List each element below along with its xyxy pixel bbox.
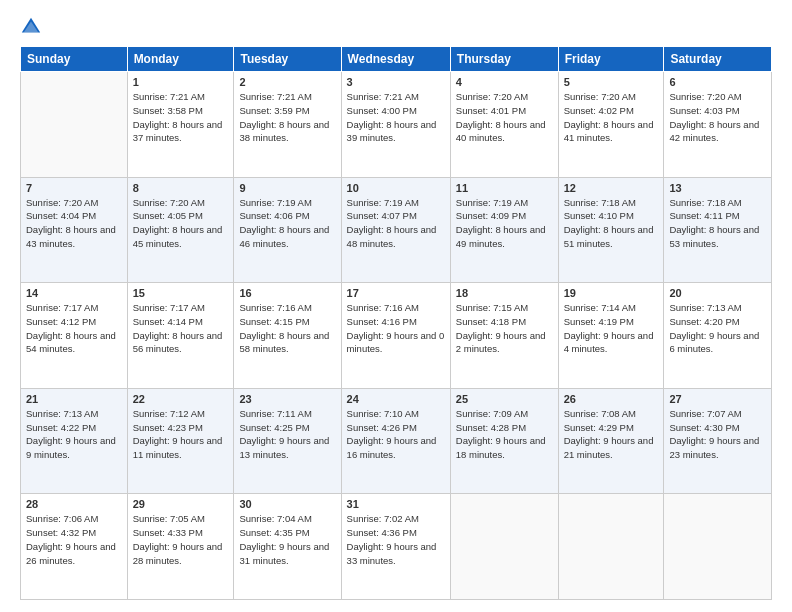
day-info: Sunrise: 7:16 AMSunset: 4:16 PMDaylight:… <box>347 302 445 354</box>
day-cell: 31Sunrise: 7:02 AMSunset: 4:36 PMDayligh… <box>341 494 450 600</box>
header <box>20 16 772 38</box>
day-cell <box>450 494 558 600</box>
weekday-wednesday: Wednesday <box>341 47 450 72</box>
weekday-sunday: Sunday <box>21 47 128 72</box>
day-number: 1 <box>133 76 229 88</box>
day-cell: 3Sunrise: 7:21 AMSunset: 4:00 PMDaylight… <box>341 72 450 178</box>
day-cell <box>21 72 128 178</box>
week-row-3: 14Sunrise: 7:17 AMSunset: 4:12 PMDayligh… <box>21 283 772 389</box>
day-cell: 22Sunrise: 7:12 AMSunset: 4:23 PMDayligh… <box>127 388 234 494</box>
week-row-4: 21Sunrise: 7:13 AMSunset: 4:22 PMDayligh… <box>21 388 772 494</box>
day-cell: 17Sunrise: 7:16 AMSunset: 4:16 PMDayligh… <box>341 283 450 389</box>
day-info: Sunrise: 7:15 AMSunset: 4:18 PMDaylight:… <box>456 302 546 354</box>
weekday-thursday: Thursday <box>450 47 558 72</box>
day-info: Sunrise: 7:02 AMSunset: 4:36 PMDaylight:… <box>347 513 437 565</box>
day-cell: 8Sunrise: 7:20 AMSunset: 4:05 PMDaylight… <box>127 177 234 283</box>
day-cell: 10Sunrise: 7:19 AMSunset: 4:07 PMDayligh… <box>341 177 450 283</box>
day-number: 22 <box>133 393 229 405</box>
day-cell: 18Sunrise: 7:15 AMSunset: 4:18 PMDayligh… <box>450 283 558 389</box>
day-cell: 16Sunrise: 7:16 AMSunset: 4:15 PMDayligh… <box>234 283 341 389</box>
day-info: Sunrise: 7:09 AMSunset: 4:28 PMDaylight:… <box>456 408 546 460</box>
day-info: Sunrise: 7:21 AMSunset: 4:00 PMDaylight:… <box>347 91 437 143</box>
day-number: 14 <box>26 287 122 299</box>
day-info: Sunrise: 7:13 AMSunset: 4:20 PMDaylight:… <box>669 302 759 354</box>
day-cell <box>558 494 664 600</box>
day-info: Sunrise: 7:06 AMSunset: 4:32 PMDaylight:… <box>26 513 116 565</box>
day-cell: 21Sunrise: 7:13 AMSunset: 4:22 PMDayligh… <box>21 388 128 494</box>
day-number: 25 <box>456 393 553 405</box>
day-info: Sunrise: 7:11 AMSunset: 4:25 PMDaylight:… <box>239 408 329 460</box>
day-info: Sunrise: 7:10 AMSunset: 4:26 PMDaylight:… <box>347 408 437 460</box>
day-cell: 6Sunrise: 7:20 AMSunset: 4:03 PMDaylight… <box>664 72 772 178</box>
day-info: Sunrise: 7:05 AMSunset: 4:33 PMDaylight:… <box>133 513 223 565</box>
day-number: 10 <box>347 182 445 194</box>
day-cell: 11Sunrise: 7:19 AMSunset: 4:09 PMDayligh… <box>450 177 558 283</box>
day-number: 16 <box>239 287 335 299</box>
day-number: 2 <box>239 76 335 88</box>
day-number: 17 <box>347 287 445 299</box>
weekday-header-row: SundayMondayTuesdayWednesdayThursdayFrid… <box>21 47 772 72</box>
day-number: 11 <box>456 182 553 194</box>
day-info: Sunrise: 7:04 AMSunset: 4:35 PMDaylight:… <box>239 513 329 565</box>
day-number: 31 <box>347 498 445 510</box>
day-number: 23 <box>239 393 335 405</box>
day-cell: 27Sunrise: 7:07 AMSunset: 4:30 PMDayligh… <box>664 388 772 494</box>
day-cell: 14Sunrise: 7:17 AMSunset: 4:12 PMDayligh… <box>21 283 128 389</box>
day-info: Sunrise: 7:17 AMSunset: 4:14 PMDaylight:… <box>133 302 223 354</box>
day-cell: 5Sunrise: 7:20 AMSunset: 4:02 PMDaylight… <box>558 72 664 178</box>
day-info: Sunrise: 7:13 AMSunset: 4:22 PMDaylight:… <box>26 408 116 460</box>
logo <box>20 16 46 38</box>
calendar-table: SundayMondayTuesdayWednesdayThursdayFrid… <box>20 46 772 600</box>
weekday-saturday: Saturday <box>664 47 772 72</box>
weekday-monday: Monday <box>127 47 234 72</box>
day-number: 6 <box>669 76 766 88</box>
day-cell: 25Sunrise: 7:09 AMSunset: 4:28 PMDayligh… <box>450 388 558 494</box>
weekday-friday: Friday <box>558 47 664 72</box>
logo-icon <box>20 16 42 38</box>
day-cell: 13Sunrise: 7:18 AMSunset: 4:11 PMDayligh… <box>664 177 772 283</box>
day-info: Sunrise: 7:20 AMSunset: 4:01 PMDaylight:… <box>456 91 546 143</box>
day-info: Sunrise: 7:19 AMSunset: 4:06 PMDaylight:… <box>239 197 329 249</box>
day-cell <box>664 494 772 600</box>
day-number: 7 <box>26 182 122 194</box>
day-cell: 20Sunrise: 7:13 AMSunset: 4:20 PMDayligh… <box>664 283 772 389</box>
day-number: 29 <box>133 498 229 510</box>
day-number: 24 <box>347 393 445 405</box>
calendar-page: SundayMondayTuesdayWednesdayThursdayFrid… <box>0 0 792 612</box>
day-info: Sunrise: 7:17 AMSunset: 4:12 PMDaylight:… <box>26 302 116 354</box>
day-info: Sunrise: 7:16 AMSunset: 4:15 PMDaylight:… <box>239 302 329 354</box>
day-number: 26 <box>564 393 659 405</box>
day-info: Sunrise: 7:21 AMSunset: 3:58 PMDaylight:… <box>133 91 223 143</box>
day-cell: 26Sunrise: 7:08 AMSunset: 4:29 PMDayligh… <box>558 388 664 494</box>
day-cell: 28Sunrise: 7:06 AMSunset: 4:32 PMDayligh… <box>21 494 128 600</box>
day-number: 18 <box>456 287 553 299</box>
day-number: 28 <box>26 498 122 510</box>
day-cell: 9Sunrise: 7:19 AMSunset: 4:06 PMDaylight… <box>234 177 341 283</box>
day-number: 15 <box>133 287 229 299</box>
day-info: Sunrise: 7:21 AMSunset: 3:59 PMDaylight:… <box>239 91 329 143</box>
day-number: 27 <box>669 393 766 405</box>
day-number: 5 <box>564 76 659 88</box>
day-info: Sunrise: 7:18 AMSunset: 4:10 PMDaylight:… <box>564 197 654 249</box>
day-number: 3 <box>347 76 445 88</box>
day-number: 30 <box>239 498 335 510</box>
day-info: Sunrise: 7:20 AMSunset: 4:03 PMDaylight:… <box>669 91 759 143</box>
day-cell: 24Sunrise: 7:10 AMSunset: 4:26 PMDayligh… <box>341 388 450 494</box>
day-info: Sunrise: 7:20 AMSunset: 4:05 PMDaylight:… <box>133 197 223 249</box>
day-number: 12 <box>564 182 659 194</box>
day-info: Sunrise: 7:18 AMSunset: 4:11 PMDaylight:… <box>669 197 759 249</box>
day-number: 19 <box>564 287 659 299</box>
day-number: 4 <box>456 76 553 88</box>
day-number: 20 <box>669 287 766 299</box>
day-number: 21 <box>26 393 122 405</box>
day-cell: 29Sunrise: 7:05 AMSunset: 4:33 PMDayligh… <box>127 494 234 600</box>
day-cell: 12Sunrise: 7:18 AMSunset: 4:10 PMDayligh… <box>558 177 664 283</box>
day-cell: 1Sunrise: 7:21 AMSunset: 3:58 PMDaylight… <box>127 72 234 178</box>
day-info: Sunrise: 7:14 AMSunset: 4:19 PMDaylight:… <box>564 302 654 354</box>
day-info: Sunrise: 7:20 AMSunset: 4:04 PMDaylight:… <box>26 197 116 249</box>
day-cell: 19Sunrise: 7:14 AMSunset: 4:19 PMDayligh… <box>558 283 664 389</box>
day-info: Sunrise: 7:07 AMSunset: 4:30 PMDaylight:… <box>669 408 759 460</box>
day-info: Sunrise: 7:08 AMSunset: 4:29 PMDaylight:… <box>564 408 654 460</box>
day-info: Sunrise: 7:12 AMSunset: 4:23 PMDaylight:… <box>133 408 223 460</box>
week-row-5: 28Sunrise: 7:06 AMSunset: 4:32 PMDayligh… <box>21 494 772 600</box>
